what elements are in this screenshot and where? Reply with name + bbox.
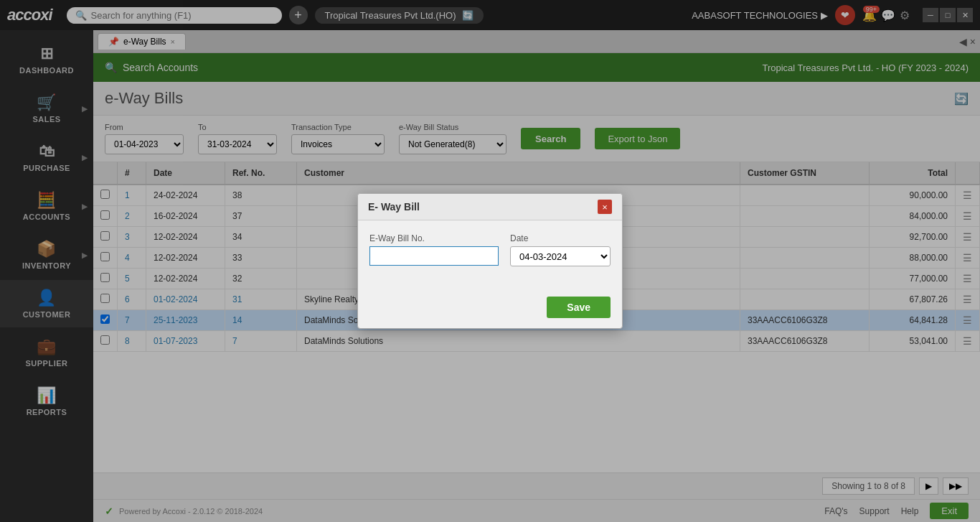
eway-bill-no-field: E-Way Bill No. xyxy=(369,233,499,266)
modal-fields: E-Way Bill No. Date 04-03-2024 xyxy=(369,233,611,266)
save-button[interactable]: Save xyxy=(547,297,611,318)
modal-footer: Save xyxy=(358,291,622,328)
modal-overlay[interactable]: E- Way Bill × E-Way Bill No. Date 04-03-… xyxy=(0,0,980,522)
modal-title: E- Way Bill xyxy=(368,201,420,213)
modal-header: E- Way Bill × xyxy=(358,194,622,220)
date-label: Date xyxy=(510,233,611,243)
date-field: Date 04-03-2024 xyxy=(510,233,611,266)
modal-date-select[interactable]: 04-03-2024 xyxy=(510,246,611,266)
modal-body: E-Way Bill No. Date 04-03-2024 xyxy=(358,220,622,291)
eway-bill-no-input[interactable] xyxy=(369,246,499,266)
eway-bill-no-label: E-Way Bill No. xyxy=(369,233,499,243)
eway-bill-modal: E- Way Bill × E-Way Bill No. Date 04-03-… xyxy=(357,193,623,329)
modal-close-button[interactable]: × xyxy=(598,200,612,214)
